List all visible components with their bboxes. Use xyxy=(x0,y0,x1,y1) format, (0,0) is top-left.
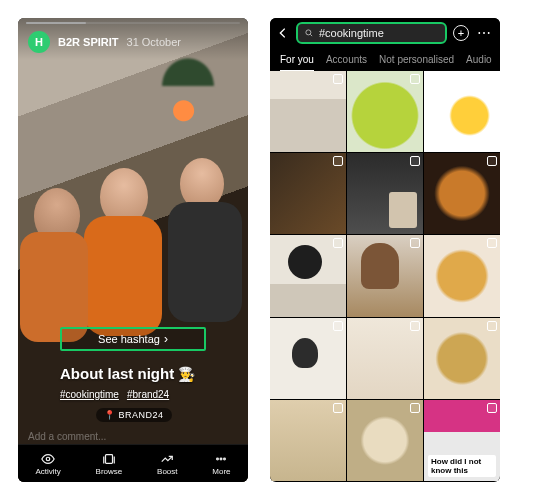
grid-item[interactable] xyxy=(347,318,423,399)
story-bottom-bar: Activity Browse Boost More xyxy=(18,444,248,482)
more-options-button[interactable]: ⋯ xyxy=(475,25,494,41)
search-tabs: For you Accounts Not personalised Audio … xyxy=(270,48,500,71)
carousel-icon xyxy=(487,403,497,413)
story-caption: About last night 👨‍🍳 xyxy=(60,365,195,382)
carousel-icon xyxy=(487,74,497,84)
svg-rect-1 xyxy=(105,454,112,463)
more-button[interactable]: More xyxy=(212,452,230,476)
activity-button[interactable]: Activity xyxy=(35,452,60,476)
carousel-icon xyxy=(410,156,420,166)
eye-icon xyxy=(41,452,55,466)
story-username[interactable]: B2R SPIRIT xyxy=(58,36,119,48)
carousel-icon xyxy=(333,403,343,413)
grid-item[interactable] xyxy=(347,153,423,234)
carousel-icon xyxy=(333,321,343,331)
search-icon xyxy=(304,28,314,38)
carousel-icon xyxy=(333,156,343,166)
story-hashtags: #cookingtime #brand24 xyxy=(60,389,169,400)
location-pin-icon: 📍 xyxy=(104,410,116,420)
hashtag-link-1[interactable]: #cookingtime xyxy=(60,389,119,400)
plus-icon: + xyxy=(458,28,464,39)
add-button[interactable]: + xyxy=(453,25,469,41)
carousel-icon xyxy=(487,156,497,166)
more-dots-icon xyxy=(214,452,228,466)
grid-item[interactable] xyxy=(424,318,500,399)
location-label: BRAND24 xyxy=(119,410,164,420)
caption-text: About last night xyxy=(60,365,174,382)
search-results-screen: #cookingtime + ⋯ For you Accounts Not pe… xyxy=(270,18,500,482)
back-button[interactable] xyxy=(276,26,290,40)
activity-label: Activity xyxy=(35,467,60,476)
grid-item[interactable] xyxy=(347,71,423,152)
grid-item[interactable] xyxy=(270,318,346,399)
hashtag-link-2[interactable]: #brand24 xyxy=(127,389,169,400)
see-hashtag-label: See hashtag xyxy=(98,333,160,345)
avatar[interactable]: H xyxy=(28,31,50,53)
svg-point-2 xyxy=(217,458,219,460)
grid-item[interactable] xyxy=(270,153,346,234)
carousel-icon xyxy=(410,238,420,248)
grid-item[interactable] xyxy=(347,400,423,481)
carousel-icon xyxy=(333,74,343,84)
tab-audio[interactable]: Audio xyxy=(466,54,492,71)
chevron-right-icon: › xyxy=(164,332,168,346)
search-value: #cookingtime xyxy=(319,27,384,39)
carousel-icon xyxy=(333,238,343,248)
boost-button[interactable]: Boost xyxy=(157,452,177,476)
svg-point-0 xyxy=(46,457,50,461)
browse-label: Browse xyxy=(96,467,123,476)
svg-point-3 xyxy=(221,458,223,460)
carousel-icon xyxy=(410,321,420,331)
svg-point-5 xyxy=(306,30,311,35)
carousel-icon xyxy=(410,74,420,84)
results-grid: How did I not know this xyxy=(270,71,500,481)
chef-emoji-icon: 👨‍🍳 xyxy=(178,366,195,382)
carousel-icon xyxy=(487,321,497,331)
story-date: 31 October xyxy=(127,36,181,48)
grid-item[interactable]: How did I not know this xyxy=(424,400,500,481)
story-viewer-screen: H B2R SPIRIT 31 October See hashtag › Ab… xyxy=(18,18,248,482)
grid-item[interactable] xyxy=(347,235,423,316)
grid-item-overlay-text: How did I not know this xyxy=(428,455,496,477)
more-label: More xyxy=(212,467,230,476)
browse-button[interactable]: Browse xyxy=(96,452,123,476)
tab-not-personalised[interactable]: Not personalised xyxy=(379,54,454,71)
grid-item[interactable] xyxy=(270,71,346,152)
carousel-icon xyxy=(410,403,420,413)
grid-item[interactable] xyxy=(424,235,500,316)
grid-item[interactable] xyxy=(270,400,346,481)
story-header: H B2R SPIRIT 31 October xyxy=(18,18,248,60)
grid-item[interactable] xyxy=(424,71,500,152)
boost-label: Boost xyxy=(157,467,177,476)
search-input[interactable]: #cookingtime xyxy=(296,22,447,44)
trend-up-icon xyxy=(160,452,174,466)
see-hashtag-button[interactable]: See hashtag › xyxy=(60,327,206,351)
grid-item[interactable] xyxy=(270,235,346,316)
tab-for-you[interactable]: For you xyxy=(280,54,314,71)
carousel-icon xyxy=(487,238,497,248)
location-pill[interactable]: 📍 BRAND24 xyxy=(96,408,172,422)
grid-item[interactable] xyxy=(424,153,500,234)
svg-point-4 xyxy=(224,458,226,460)
cards-icon xyxy=(102,452,116,466)
tab-accounts[interactable]: Accounts xyxy=(326,54,367,71)
search-header: #cookingtime + ⋯ xyxy=(270,18,500,48)
